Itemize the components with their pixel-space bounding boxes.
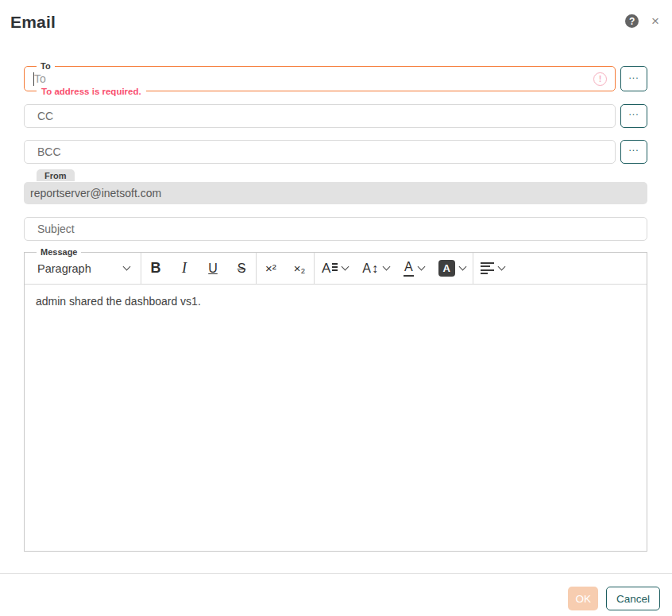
dialog-title: Email	[10, 13, 56, 32]
text-align-dropdown[interactable]	[473, 253, 512, 284]
email-dialog: Email ? × To ! To address is required. .…	[0, 0, 672, 616]
subject-row	[24, 217, 647, 241]
font-family-dropdown[interactable]: A	[315, 253, 355, 284]
header-icons: ? ×	[625, 14, 659, 28]
font-color-dropdown[interactable]: A	[396, 253, 431, 284]
message-field-label: Message	[37, 247, 81, 258]
error-icon: !	[593, 72, 607, 86]
chevron-down-icon	[458, 263, 466, 271]
chevron-down-icon	[123, 263, 131, 271]
bcc-row: ...	[24, 140, 647, 164]
message-body-input[interactable]: admin shared the dashboard vs1.	[25, 285, 647, 551]
from-field-value: reportserver@inetsoft.com	[24, 182, 647, 204]
cancel-button[interactable]: Cancel	[606, 587, 660, 610]
superscript-button[interactable]: ×²	[257, 253, 285, 284]
dialog-footer: OK Cancel	[0, 574, 672, 610]
cc-browse-button[interactable]: ...	[620, 104, 647, 128]
to-error-message: To address is required.	[37, 86, 146, 97]
dialog-header: Email ? ×	[0, 0, 672, 32]
chevron-down-icon	[383, 263, 391, 271]
strikethrough-button[interactable]: S	[227, 253, 256, 284]
help-icon[interactable]: ?	[625, 14, 639, 28]
bcc-browse-button[interactable]: ...	[620, 140, 647, 164]
editor-toolbar: Paragraph B I U S ×² ×₂ A	[25, 253, 647, 285]
paragraph-style-label: Paragraph	[37, 262, 91, 275]
bcc-input[interactable]	[24, 140, 616, 164]
close-icon[interactable]: ×	[651, 14, 659, 28]
to-field-label: To	[37, 61, 55, 72]
font-family-icon-lines	[332, 262, 338, 271]
font-size-icon: A↕	[362, 262, 379, 276]
ok-button[interactable]: OK	[568, 587, 598, 610]
subscript-button[interactable]: ×₂	[285, 253, 314, 284]
chevron-down-icon	[342, 263, 350, 271]
to-field-outline: To ! To address is required.	[24, 66, 616, 91]
text-cursor	[33, 72, 34, 86]
to-browse-button[interactable]: ...	[620, 66, 647, 91]
to-row: To ! To address is required. ...	[24, 66, 647, 91]
from-field-label: From	[37, 169, 75, 181]
cc-row: ...	[24, 104, 647, 128]
message-editor: Message Paragraph B I U S ×² ×₂ A	[24, 252, 647, 552]
italic-button[interactable]: I	[170, 253, 199, 284]
chevron-down-icon	[497, 263, 505, 271]
font-family-icon: A	[322, 262, 338, 275]
from-block: From reportserver@inetsoft.com	[24, 168, 647, 204]
font-color-icon: A	[404, 261, 414, 277]
dialog-body: To ! To address is required. ... ... ...…	[0, 66, 672, 552]
align-left-icon	[481, 262, 494, 275]
chevron-down-icon	[417, 263, 425, 271]
subject-input[interactable]	[24, 217, 647, 241]
cc-input[interactable]	[24, 104, 616, 128]
background-color-dropdown[interactable]: A	[431, 253, 473, 284]
underline-button[interactable]: U	[199, 253, 227, 284]
background-color-icon: A	[438, 260, 455, 277]
font-size-dropdown[interactable]: A↕	[355, 253, 396, 284]
bold-button[interactable]: B	[141, 253, 170, 284]
